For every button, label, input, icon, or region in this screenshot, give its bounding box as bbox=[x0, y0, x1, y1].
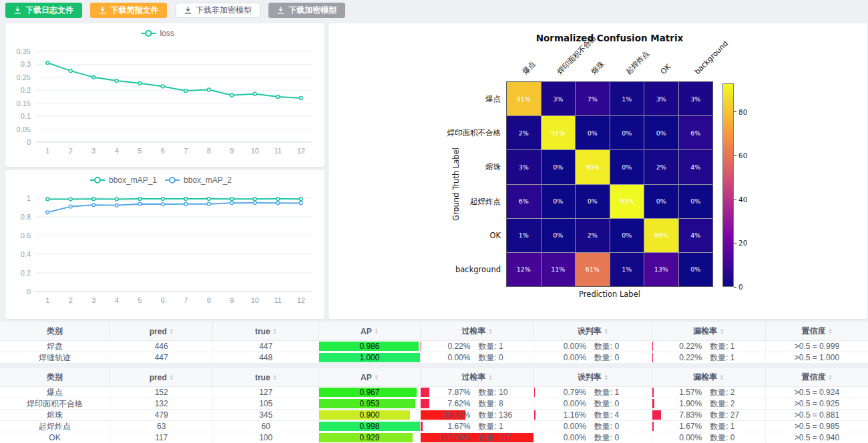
loss-point[interactable] bbox=[138, 81, 142, 85]
column-header-3[interactable]: AP▲▼ bbox=[319, 322, 421, 340]
category-cell: 焊缝轨迹 bbox=[0, 352, 110, 363]
confidence-cell: >0.5 = 0.999 bbox=[766, 341, 868, 352]
download-encrypted-model-button[interactable]: 下载加密模型 bbox=[268, 3, 345, 18]
ap-value: 0.986 bbox=[359, 342, 379, 352]
rate-text: 1.16%数量: 4 bbox=[534, 410, 652, 420]
column-header-1[interactable]: pred▲▼ bbox=[110, 322, 214, 340]
matrix-cell-r5-c4: 13% bbox=[644, 253, 678, 286]
legend-item-bbox_mAP_1[interactable]: bbox_mAP_1 bbox=[90, 175, 157, 185]
loss-point[interactable] bbox=[299, 97, 302, 100]
column-header-6[interactable]: 漏检率▲▼ bbox=[652, 322, 766, 340]
bbox_mAP_1-point[interactable] bbox=[299, 197, 302, 201]
download-log-file-button[interactable]: 下载日志文件 bbox=[5, 3, 82, 18]
sort-icon[interactable]: ▲▼ bbox=[375, 328, 379, 335]
x-axis-tick-label: 7 bbox=[184, 296, 188, 304]
column-header-5[interactable]: 误判率▲▼ bbox=[534, 368, 652, 386]
over-detection-cell: 0.22%数量: 1 bbox=[421, 341, 534, 352]
loss-series bbox=[46, 61, 302, 100]
column-header-7[interactable]: 置信度▲▼ bbox=[766, 368, 868, 386]
legend-item-loss[interactable]: loss bbox=[141, 29, 174, 38]
bbox_mAP_1-point[interactable] bbox=[184, 197, 188, 201]
bbox_mAP_2-point[interactable] bbox=[46, 211, 49, 214]
rate-count: 数量: 4 bbox=[594, 410, 634, 420]
rate-text: 0.00%数量: 0 bbox=[534, 353, 652, 363]
loss-chart-card: 00.050.10.150.20.250.30.3512345678910111… bbox=[5, 23, 324, 167]
sort-icon[interactable]: ▲▼ bbox=[273, 374, 277, 381]
bbox_mAP_1-point[interactable] bbox=[207, 197, 210, 201]
sort-icon[interactable]: ▲▼ bbox=[604, 328, 608, 335]
rate-text: 1.57%数量: 2 bbox=[652, 388, 765, 398]
bbox_mAP_2-point[interactable] bbox=[161, 203, 164, 206]
sort-desc-caret-icon: ▼ bbox=[375, 332, 379, 335]
bbox_mAP_1-point[interactable] bbox=[92, 197, 95, 201]
sort-icon[interactable]: ▲▼ bbox=[828, 374, 832, 381]
sort-icon[interactable]: ▲▼ bbox=[720, 374, 724, 381]
loss-line bbox=[47, 63, 301, 98]
bbox_mAP_2-point[interactable] bbox=[253, 201, 256, 205]
loss-point[interactable] bbox=[69, 69, 72, 73]
column-header-label: 置信度 bbox=[801, 326, 825, 337]
pred-cell: 446 bbox=[110, 341, 214, 352]
bbox_mAP_1-point[interactable] bbox=[253, 197, 256, 201]
matrix-title: Normalized Confusion Matrix bbox=[536, 33, 684, 43]
column-header-4[interactable]: 过检率▲▼ bbox=[421, 322, 534, 340]
bbox_mAP_1-point[interactable] bbox=[230, 197, 234, 201]
bbox_mAP_2-point[interactable] bbox=[69, 205, 72, 208]
column-header-6[interactable]: 漏检率▲▼ bbox=[652, 368, 766, 386]
bbox_mAP_2-point[interactable] bbox=[276, 201, 280, 205]
loss-point[interactable] bbox=[92, 75, 95, 79]
sort-icon[interactable]: ▲▼ bbox=[488, 328, 492, 335]
loss-point[interactable] bbox=[230, 93, 234, 97]
column-header-1[interactable]: pred▲▼ bbox=[110, 368, 214, 386]
column-header-5[interactable]: 误判率▲▼ bbox=[534, 322, 652, 340]
rate-count: 数量: 0 bbox=[710, 433, 750, 443]
loss-point[interactable] bbox=[161, 85, 164, 88]
loss-point[interactable] bbox=[207, 88, 210, 91]
sort-icon[interactable]: ▲▼ bbox=[604, 374, 608, 381]
bbox_mAP_1-point[interactable] bbox=[276, 197, 280, 201]
true-cell: 105 bbox=[213, 398, 318, 409]
column-header-2[interactable]: true▲▼ bbox=[213, 368, 318, 386]
column-header-label: 类别 bbox=[47, 372, 63, 383]
bbox_mAP_1-point[interactable] bbox=[115, 197, 118, 201]
column-header-label: 漏检率 bbox=[693, 372, 717, 383]
bbox_mAP_2-point[interactable] bbox=[138, 202, 142, 205]
bbox_mAP_1-point[interactable] bbox=[69, 197, 72, 201]
download-icon bbox=[14, 7, 21, 14]
bbox_mAP_2-point[interactable] bbox=[184, 202, 188, 205]
bbox_mAP_2-point[interactable] bbox=[207, 202, 210, 205]
legend-item-bbox_mAP_2[interactable]: bbox_mAP_2 bbox=[165, 175, 232, 185]
bbox_mAP_2-point[interactable] bbox=[230, 201, 234, 205]
bbox_mAP_1-point[interactable] bbox=[161, 197, 164, 201]
column-header-2[interactable]: true▲▼ bbox=[213, 322, 318, 340]
missed-detection-cell: 1.67%数量: 1 bbox=[652, 421, 766, 432]
bbox_mAP_2-point[interactable] bbox=[92, 203, 95, 207]
bbox_mAP_2-point[interactable] bbox=[299, 201, 302, 205]
sort-icon[interactable]: ▲▼ bbox=[170, 374, 174, 381]
column-header-7[interactable]: 置信度▲▼ bbox=[766, 322, 868, 340]
download-unencrypted-model-button[interactable]: 下载非加密模型 bbox=[176, 3, 260, 18]
sort-icon[interactable]: ▲▼ bbox=[488, 374, 492, 381]
download-brief-file-button[interactable]: 下载简报文件 bbox=[90, 3, 167, 18]
sort-icon[interactable]: ▲▼ bbox=[828, 328, 832, 335]
loss-point[interactable] bbox=[253, 92, 256, 95]
sort-icon[interactable]: ▲▼ bbox=[720, 328, 724, 335]
matrix-row-label: OK bbox=[329, 231, 501, 240]
loss-point[interactable] bbox=[184, 89, 188, 93]
sort-icon[interactable]: ▲▼ bbox=[170, 328, 174, 335]
sort-icon[interactable]: ▲▼ bbox=[375, 374, 379, 381]
loss-point[interactable] bbox=[115, 79, 118, 83]
x-axis-tick-label: 9 bbox=[230, 296, 234, 304]
column-header-4[interactable]: 过检率▲▼ bbox=[421, 368, 534, 386]
bbox_mAP_2-point[interactable] bbox=[115, 203, 118, 207]
bbox_mAP_1-point[interactable] bbox=[138, 197, 142, 201]
x-axis-tick-label: 4 bbox=[115, 296, 119, 304]
sort-icon[interactable]: ▲▼ bbox=[273, 328, 277, 335]
bbox_mAP_1-point[interactable] bbox=[46, 197, 49, 201]
column-header-3[interactable]: AP▲▼ bbox=[319, 368, 421, 386]
loss-point[interactable] bbox=[276, 95, 280, 99]
loss-point[interactable] bbox=[46, 61, 49, 65]
rate-count: 数量: 2 bbox=[710, 399, 750, 409]
matrix-cell-r3-c5: 0% bbox=[679, 185, 713, 218]
colorbar-tick-label: 80 bbox=[738, 108, 747, 116]
